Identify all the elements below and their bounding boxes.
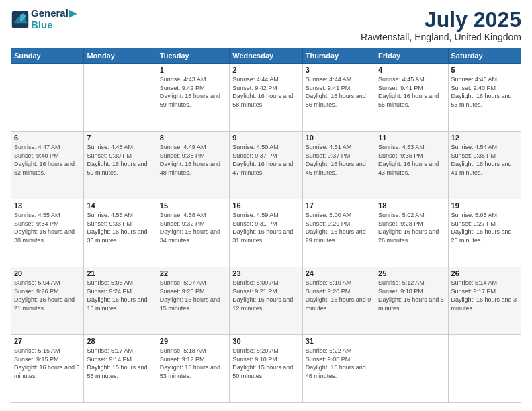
calendar-cell: 11Sunrise: 4:53 AMSunset: 9:36 PMDayligh…: [375, 132, 448, 199]
day-info: Sunrise: 4:56 AMSunset: 9:33 PMDaylight:…: [87, 211, 153, 244]
day-number: 14: [87, 201, 153, 210]
calendar-cell: 29Sunrise: 5:18 AMSunset: 9:12 PMDayligh…: [157, 335, 229, 403]
day-number: 17: [306, 201, 372, 210]
logo-text: General▶ Blue: [31, 8, 77, 30]
day-number: 24: [306, 269, 372, 277]
day-number: 4: [378, 66, 445, 74]
day-info: Sunrise: 5:10 AMSunset: 9:20 PMDaylight:…: [306, 279, 372, 312]
calendar-cell: 14Sunrise: 4:56 AMSunset: 9:33 PMDayligh…: [84, 199, 157, 267]
calendar-cell: 31Sunrise: 5:22 AMSunset: 9:08 PMDayligh…: [302, 335, 375, 403]
week-row-4: 27Sunrise: 5:15 AMSunset: 9:15 PMDayligh…: [11, 335, 521, 403]
week-row-1: 6Sunrise: 4:47 AMSunset: 9:40 PMDaylight…: [11, 132, 521, 199]
day-number: 11: [378, 134, 445, 142]
day-info: Sunrise: 5:03 AMSunset: 9:27 PMDaylight:…: [451, 211, 518, 244]
day-number: 22: [160, 269, 226, 277]
calendar-cell: 25Sunrise: 5:12 AMSunset: 9:18 PMDayligh…: [375, 267, 448, 335]
day-info: Sunrise: 5:22 AMSunset: 9:08 PMDaylight:…: [306, 347, 372, 380]
calendar-cell: 27Sunrise: 5:15 AMSunset: 9:15 PMDayligh…: [11, 335, 84, 403]
day-number: 21: [87, 269, 153, 277]
day-info: Sunrise: 5:07 AMSunset: 9:23 PMDaylight:…: [160, 279, 226, 312]
day-info: Sunrise: 4:46 AMSunset: 9:40 PMDaylight:…: [451, 75, 518, 109]
week-row-3: 20Sunrise: 5:04 AMSunset: 9:26 PMDayligh…: [11, 267, 521, 335]
calendar-cell: 4Sunrise: 4:45 AMSunset: 9:41 PMDaylight…: [375, 64, 448, 132]
day-number: 6: [14, 134, 81, 142]
day-number: 30: [232, 337, 299, 345]
day-info: Sunrise: 4:59 AMSunset: 9:31 PMDaylight:…: [232, 211, 299, 244]
calendar-cell: 2Sunrise: 4:44 AMSunset: 9:42 PMDaylight…: [230, 64, 302, 132]
calendar-cell: 15Sunrise: 4:58 AMSunset: 9:32 PMDayligh…: [157, 199, 229, 267]
day-number: 15: [160, 201, 226, 210]
calendar-cell: 17Sunrise: 5:00 AMSunset: 9:29 PMDayligh…: [302, 199, 375, 267]
calendar-cell: 28Sunrise: 5:17 AMSunset: 9:14 PMDayligh…: [84, 335, 157, 403]
calendar-cell: [84, 64, 157, 132]
weekday-header-row: SundayMondayTuesdayWednesdayThursdayFrid…: [11, 48, 521, 64]
day-info: Sunrise: 4:44 AMSunset: 9:42 PMDaylight:…: [232, 75, 299, 109]
day-number: 3: [306, 66, 372, 74]
calendar-cell: 23Sunrise: 5:09 AMSunset: 9:21 PMDayligh…: [230, 267, 302, 335]
calendar-cell: 10Sunrise: 4:51 AMSunset: 9:37 PMDayligh…: [302, 132, 375, 199]
calendar-cell: 26Sunrise: 5:14 AMSunset: 9:17 PMDayligh…: [448, 267, 521, 335]
week-row-0: 1Sunrise: 4:43 AMSunset: 9:42 PMDaylight…: [11, 64, 521, 132]
day-info: Sunrise: 4:49 AMSunset: 9:38 PMDaylight:…: [160, 143, 226, 177]
calendar-cell: [448, 335, 521, 403]
day-number: 28: [87, 337, 153, 345]
day-info: Sunrise: 5:02 AMSunset: 9:28 PMDaylight:…: [378, 211, 445, 244]
weekday-header-tuesday: Tuesday: [157, 48, 229, 64]
calendar-cell: 22Sunrise: 5:07 AMSunset: 9:23 PMDayligh…: [157, 267, 229, 335]
page: General▶ Blue July 2025 Rawtenstall, Eng…: [0, 0, 532, 411]
calendar-cell: [375, 335, 448, 403]
day-number: 13: [14, 201, 81, 210]
weekday-header-thursday: Thursday: [302, 48, 375, 64]
day-info: Sunrise: 5:09 AMSunset: 9:21 PMDaylight:…: [232, 279, 299, 312]
day-number: 25: [378, 269, 445, 277]
title-area: July 2025 Rawtenstall, England, United K…: [361, 8, 521, 42]
day-number: 31: [306, 337, 372, 345]
day-info: Sunrise: 4:51 AMSunset: 9:37 PMDaylight:…: [306, 143, 372, 177]
day-number: 10: [306, 134, 372, 142]
calendar-cell: 20Sunrise: 5:04 AMSunset: 9:26 PMDayligh…: [11, 267, 84, 335]
day-number: 23: [232, 269, 299, 277]
day-info: Sunrise: 4:58 AMSunset: 9:32 PMDaylight:…: [160, 211, 226, 244]
day-info: Sunrise: 5:06 AMSunset: 9:24 PMDaylight:…: [87, 279, 153, 312]
weekday-header-monday: Monday: [84, 48, 157, 64]
calendar-cell: 9Sunrise: 4:50 AMSunset: 9:37 PMDaylight…: [230, 132, 302, 199]
header: General▶ Blue July 2025 Rawtenstall, Eng…: [11, 8, 521, 42]
calendar-cell: 19Sunrise: 5:03 AMSunset: 9:27 PMDayligh…: [448, 199, 521, 267]
calendar-cell: 5Sunrise: 4:46 AMSunset: 9:40 PMDaylight…: [448, 64, 521, 132]
day-info: Sunrise: 5:15 AMSunset: 9:15 PMDaylight:…: [14, 347, 81, 380]
day-info: Sunrise: 4:44 AMSunset: 9:41 PMDaylight:…: [306, 75, 372, 109]
day-number: 1: [160, 66, 226, 74]
day-number: 29: [160, 337, 226, 345]
day-info: Sunrise: 4:47 AMSunset: 9:40 PMDaylight:…: [14, 143, 81, 177]
logo-icon: [11, 10, 30, 29]
day-info: Sunrise: 5:00 AMSunset: 9:29 PMDaylight:…: [306, 211, 372, 244]
day-number: 20: [14, 269, 81, 277]
day-info: Sunrise: 4:55 AMSunset: 9:34 PMDaylight:…: [14, 211, 81, 244]
calendar-table: SundayMondayTuesdayWednesdayThursdayFrid…: [11, 48, 521, 403]
day-number: 12: [451, 134, 518, 142]
day-number: 19: [451, 201, 518, 210]
calendar-cell: 6Sunrise: 4:47 AMSunset: 9:40 PMDaylight…: [11, 132, 84, 199]
day-number: 26: [451, 269, 518, 277]
day-info: Sunrise: 4:48 AMSunset: 9:39 PMDaylight:…: [87, 143, 153, 177]
day-info: Sunrise: 5:14 AMSunset: 9:17 PMDaylight:…: [451, 279, 518, 312]
calendar-cell: 8Sunrise: 4:49 AMSunset: 9:38 PMDaylight…: [157, 132, 229, 199]
month-year-title: July 2025: [361, 8, 521, 32]
day-number: 8: [160, 134, 226, 142]
day-info: Sunrise: 4:53 AMSunset: 9:36 PMDaylight:…: [378, 143, 445, 177]
weekday-header-wednesday: Wednesday: [230, 48, 302, 64]
calendar-cell: [11, 64, 84, 132]
week-row-2: 13Sunrise: 4:55 AMSunset: 9:34 PMDayligh…: [11, 199, 521, 267]
calendar-cell: 18Sunrise: 5:02 AMSunset: 9:28 PMDayligh…: [375, 199, 448, 267]
calendar-cell: 16Sunrise: 4:59 AMSunset: 9:31 PMDayligh…: [230, 199, 302, 267]
weekday-header-saturday: Saturday: [448, 48, 521, 64]
calendar-cell: 1Sunrise: 4:43 AMSunset: 9:42 PMDaylight…: [157, 64, 229, 132]
day-info: Sunrise: 5:18 AMSunset: 9:12 PMDaylight:…: [160, 347, 226, 380]
day-info: Sunrise: 5:12 AMSunset: 9:18 PMDaylight:…: [378, 279, 445, 312]
calendar-cell: 12Sunrise: 4:54 AMSunset: 9:35 PMDayligh…: [448, 132, 521, 199]
day-number: 16: [232, 201, 299, 210]
weekday-header-friday: Friday: [375, 48, 448, 64]
calendar-cell: 30Sunrise: 5:20 AMSunset: 9:10 PMDayligh…: [230, 335, 302, 403]
day-number: 7: [87, 134, 153, 142]
location-subtitle: Rawtenstall, England, United Kingdom: [361, 32, 521, 42]
